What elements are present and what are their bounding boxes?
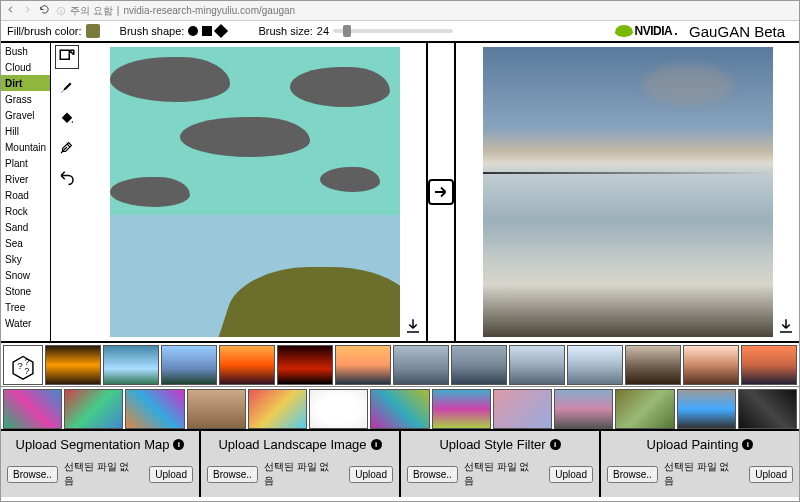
category-water[interactable]: Water xyxy=(1,315,50,331)
category-sand[interactable]: Sand xyxy=(1,219,50,235)
shape-square[interactable] xyxy=(202,26,212,36)
info-icon[interactable]: i xyxy=(371,439,382,450)
reload-icon[interactable] xyxy=(39,4,50,17)
style-thumb[interactable] xyxy=(309,389,368,429)
main-area: BushCloudDirtGrassGravelHillMountainPlan… xyxy=(1,43,799,343)
style-gallery-row-1: ??? xyxy=(1,343,799,387)
brush-size-slider[interactable] xyxy=(333,29,453,33)
output-panel xyxy=(456,43,799,341)
eyedropper-tool[interactable] xyxy=(55,135,79,159)
style-thumb[interactable] xyxy=(493,389,552,429)
nvidia-logo: NVIDIA. xyxy=(615,24,678,38)
shape-diamond[interactable] xyxy=(214,24,228,38)
segmentation-panel xyxy=(83,43,426,341)
browse-button[interactable]: Browse.. xyxy=(407,466,458,483)
style-thumb[interactable] xyxy=(738,389,797,429)
category-hill[interactable]: Hill xyxy=(1,123,50,139)
brush-size-value: 24 xyxy=(317,25,329,37)
category-plant[interactable]: Plant xyxy=(1,155,50,171)
style-thumb[interactable] xyxy=(64,389,123,429)
style-thumb[interactable] xyxy=(103,345,159,385)
fill-tool[interactable] xyxy=(55,105,79,129)
upload-button[interactable]: Upload xyxy=(349,466,393,483)
brush-size-label: Brush size: xyxy=(258,25,312,37)
back-icon[interactable] xyxy=(5,4,16,17)
upload-title: Upload Segmentation Mapi xyxy=(7,437,193,452)
style-thumb[interactable] xyxy=(625,345,681,385)
style-thumb[interactable] xyxy=(248,389,307,429)
category-bush[interactable]: Bush xyxy=(1,43,50,59)
category-grass[interactable]: Grass xyxy=(1,91,50,107)
style-thumb[interactable] xyxy=(567,345,623,385)
add-tool[interactable] xyxy=(55,45,79,69)
svg-text:?: ? xyxy=(17,360,23,371)
upload-panel: Upload Segmentation Mapi Browse..선택된 파일 … xyxy=(1,431,201,497)
style-thumb[interactable] xyxy=(219,345,275,385)
undo-tool[interactable] xyxy=(55,165,79,189)
fill-color-label: Fill/brush color: xyxy=(7,25,82,37)
style-thumb[interactable] xyxy=(509,345,565,385)
info-icon[interactable]: i xyxy=(173,439,184,450)
file-status: 선택된 파일 없음 xyxy=(264,460,337,488)
category-tree[interactable]: Tree xyxy=(1,299,50,315)
address-bar[interactable]: i 주의 요함 | nvidia-research-mingyuliu.com/… xyxy=(56,4,795,18)
category-sea[interactable]: Sea xyxy=(1,235,50,251)
style-thumb[interactable] xyxy=(677,389,736,429)
category-mountain[interactable]: Mountain xyxy=(1,139,50,155)
style-thumb[interactable] xyxy=(432,389,491,429)
category-cloud[interactable]: Cloud xyxy=(1,59,50,75)
brush-tool[interactable] xyxy=(55,75,79,99)
tools-column xyxy=(51,43,83,341)
upload-title: Upload Landscape Imagei xyxy=(207,437,393,452)
upload-panel: Upload Style Filteri Browse..선택된 파일 없음Up… xyxy=(401,431,601,497)
segmentation-canvas[interactable] xyxy=(110,47,400,337)
style-thumb[interactable] xyxy=(393,345,449,385)
shape-circle[interactable] xyxy=(188,26,198,36)
style-thumb[interactable] xyxy=(451,345,507,385)
style-thumb[interactable] xyxy=(741,345,797,385)
style-thumb[interactable] xyxy=(161,345,217,385)
info-icon[interactable]: i xyxy=(742,439,753,450)
random-style-button[interactable]: ??? xyxy=(3,345,43,385)
style-thumb[interactable] xyxy=(45,345,101,385)
category-gravel[interactable]: Gravel xyxy=(1,107,50,123)
download-segmentation-button[interactable] xyxy=(404,317,422,337)
category-sky[interactable]: Sky xyxy=(1,251,50,267)
browse-button[interactable]: Browse.. xyxy=(607,466,658,483)
browse-button[interactable]: Browse.. xyxy=(7,466,58,483)
generate-button[interactable] xyxy=(428,179,454,205)
forward-icon[interactable] xyxy=(22,4,33,17)
upload-button[interactable]: Upload xyxy=(749,466,793,483)
output-canvas xyxy=(483,47,773,337)
upload-button[interactable]: Upload xyxy=(549,466,593,483)
style-thumb[interactable] xyxy=(125,389,184,429)
info-icon[interactable]: i xyxy=(550,439,561,450)
top-toolbar: Fill/brush color: Brush shape: Brush siz… xyxy=(1,21,799,43)
style-thumb[interactable] xyxy=(277,345,333,385)
category-road[interactable]: Road xyxy=(1,187,50,203)
browse-button[interactable]: Browse.. xyxy=(207,466,258,483)
category-rock[interactable]: Rock xyxy=(1,203,50,219)
file-status: 선택된 파일 없음 xyxy=(664,460,737,488)
browser-bar: i 주의 요함 | nvidia-research-mingyuliu.com/… xyxy=(1,1,799,21)
style-thumb[interactable] xyxy=(3,389,62,429)
color-swatch[interactable] xyxy=(86,24,100,38)
category-river[interactable]: River xyxy=(1,171,50,187)
style-thumb[interactable] xyxy=(554,389,613,429)
brush-shape-label: Brush shape: xyxy=(120,25,185,37)
category-snow[interactable]: Snow xyxy=(1,267,50,283)
security-hint: 주의 요함 xyxy=(70,4,113,18)
style-thumb[interactable] xyxy=(335,345,391,385)
category-dirt[interactable]: Dirt xyxy=(1,75,50,91)
upload-title: Upload Paintingi xyxy=(607,437,793,452)
upload-panel: Upload Landscape Imagei Browse..선택된 파일 없… xyxy=(201,431,401,497)
style-thumb[interactable] xyxy=(187,389,246,429)
category-stone[interactable]: Stone xyxy=(1,283,50,299)
logo-text: NVIDIA xyxy=(635,24,673,38)
upload-button[interactable]: Upload xyxy=(149,466,193,483)
download-output-button[interactable] xyxy=(777,317,795,337)
style-thumb[interactable] xyxy=(683,345,739,385)
style-thumb[interactable] xyxy=(615,389,674,429)
style-thumb[interactable] xyxy=(370,389,429,429)
url-text: nvidia-research-mingyuliu.com/gaugan xyxy=(123,5,295,16)
